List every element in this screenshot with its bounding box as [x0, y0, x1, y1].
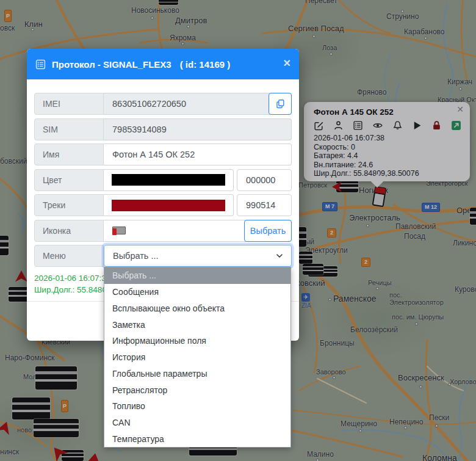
- imei-row: IMEI 863051062720650: [34, 93, 292, 115]
- menu-option[interactable]: Топливо: [104, 398, 290, 415]
- copy-icon: [275, 99, 285, 109]
- vehicle-icon-preview: [112, 227, 126, 234]
- modal-id: ( id: 14169 ): [180, 59, 231, 70]
- sim-row: SIM 79853914089: [34, 118, 292, 140]
- menu-selected-value: Выбрать ...: [113, 251, 159, 261]
- menu-option[interactable]: Ретранслятор: [104, 382, 290, 398]
- sim-label: SIM: [34, 118, 104, 140]
- menu-option[interactable]: Информационные поля: [104, 333, 290, 349]
- modal-title: Протокол - SIGNAL_FLEX3: [52, 59, 171, 70]
- menu-option[interactable]: CAN: [104, 415, 290, 431]
- app-window: НовосиньковоКлиновскДмитровЯхромаПересве…: [0, 0, 476, 461]
- tracks-row: Треки 990514: [34, 194, 292, 216]
- copy-imei-button[interactable]: [269, 93, 292, 115]
- menu-option[interactable]: Выбрать ...: [104, 267, 290, 284]
- menu-option[interactable]: Всплывающее окно объекта: [104, 300, 290, 316]
- menu-dropdown-list: Выбрать ...СообщенияВсплывающее окно объ…: [104, 267, 291, 448]
- tracks-swatch: [112, 200, 225, 211]
- menu-option[interactable]: Температура: [104, 430, 290, 447]
- icon-label: Иконка: [34, 220, 104, 242]
- name-row: Имя Фотон А 145 ОК 252: [34, 143, 292, 165]
- choose-icon-button[interactable]: Выбрать: [244, 220, 292, 242]
- menu-label: Меню: [34, 245, 104, 267]
- menu-option[interactable]: История: [104, 349, 290, 366]
- imei-field: 863051062720650: [104, 93, 292, 115]
- modal-body: IMEI 863051062720650 SIM 79853914089 Имя…: [27, 79, 299, 296]
- chevron-down-icon: [276, 252, 283, 260]
- menu-option[interactable]: Заметка: [104, 316, 290, 333]
- menu-option[interactable]: Глобальные параметры: [104, 365, 290, 382]
- color-label: Цвет: [34, 169, 104, 191]
- menu-option[interactable]: Сообщения: [104, 284, 290, 300]
- modal-close-icon[interactable]: ✕: [283, 57, 291, 69]
- menu-select[interactable]: Выбрать ...: [104, 245, 292, 267]
- tracks-hex-field[interactable]: 990514: [237, 194, 292, 216]
- tracks-label: Треки: [34, 194, 104, 216]
- imei-label: IMEI: [34, 93, 104, 115]
- color-hex-field[interactable]: 000000: [237, 169, 292, 191]
- modal-header: Протокол - SIGNAL_FLEX3 ( id: 14169 ) ✕: [27, 49, 299, 79]
- color-swatch: [112, 174, 225, 186]
- menu-row: Меню Выбрать ...: [34, 245, 292, 267]
- sim-field: 79853914089: [104, 118, 292, 140]
- tracks-picker-field[interactable]: [104, 194, 234, 216]
- name-field[interactable]: Фотон А 145 ОК 252: [104, 143, 292, 165]
- color-picker-field[interactable]: [104, 169, 234, 191]
- color-row: Цвет 000000: [34, 169, 292, 191]
- truck-cab: [112, 228, 117, 235]
- name-label: Имя: [34, 143, 104, 165]
- form-list-icon: [35, 59, 46, 70]
- icon-row: Иконка Выбрать: [34, 220, 292, 242]
